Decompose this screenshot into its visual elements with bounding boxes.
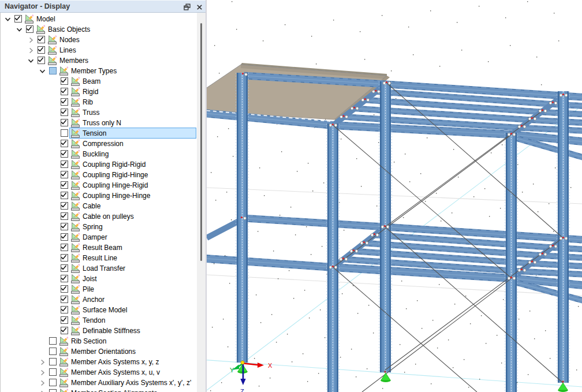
svg-text:Z: Z	[240, 388, 244, 392]
svg-text:Y: Y	[230, 367, 234, 374]
svg-text:X: X	[268, 362, 273, 369]
